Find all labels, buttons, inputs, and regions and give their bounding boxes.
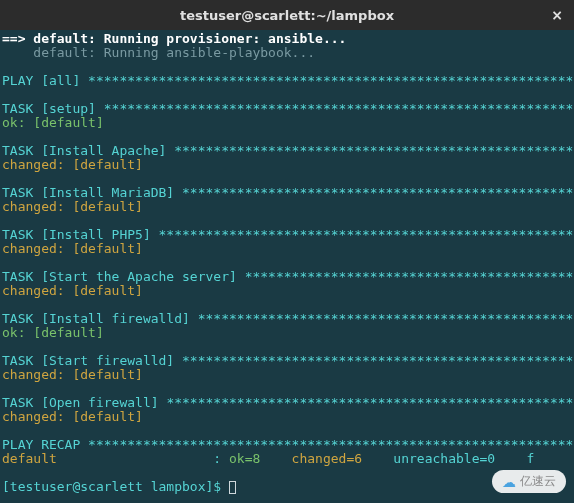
terminal-line — [2, 214, 572, 228]
terminal-line: TASK [Install Apache] ******************… — [2, 144, 572, 158]
terminal-text: default — [2, 451, 57, 466]
terminal-text: changed: [default] — [2, 241, 143, 256]
terminal-text — [2, 171, 10, 186]
terminal-line — [2, 172, 572, 186]
terminal-line: ok: [default] — [2, 326, 572, 340]
window-title: testuser@scarlett:~/lampbox — [180, 8, 394, 23]
terminal-text: TASK [Start the Apache server] — [2, 269, 245, 284]
terminal-line: TASK [Install MariaDB] *****************… — [2, 186, 572, 200]
terminal-text: ****************************************… — [159, 227, 574, 242]
terminal-text: unreachable=0 f — [362, 451, 534, 466]
terminal-text: ==> — [2, 31, 33, 46]
terminal-line: changed: [default] — [2, 284, 572, 298]
terminal-text: ****************************************… — [198, 311, 574, 326]
terminal-line: PLAY RECAP *****************************… — [2, 438, 572, 452]
terminal-line — [2, 340, 572, 354]
terminal-text: changed: [default] — [2, 157, 143, 172]
terminal-line — [2, 130, 572, 144]
close-icon[interactable]: × — [548, 6, 566, 24]
terminal-line: TASK [Start the Apache server] *********… — [2, 270, 572, 284]
terminal-line: changed: [default] — [2, 242, 572, 256]
terminal-text: ****************************************… — [174, 143, 574, 158]
terminal-text — [2, 381, 10, 396]
terminal-line: PLAY [all] *****************************… — [2, 74, 572, 88]
terminal-text: ok: [default] — [2, 325, 104, 340]
terminal-text: ok=8 — [229, 451, 260, 466]
terminal-text: changed: [default] — [2, 409, 143, 424]
terminal-text: ****************************************… — [245, 269, 574, 284]
terminal-line: ok: [default] — [2, 116, 572, 130]
terminal-text: TASK [Open firewall] — [2, 395, 166, 410]
terminal-line: default: Running ansible-playbook... — [2, 46, 572, 60]
terminal-output[interactable]: ==> default: Running provisioner: ansibl… — [0, 30, 574, 496]
terminal-text — [2, 423, 10, 438]
terminal-text: TASK [Install firewalld] — [2, 311, 198, 326]
terminal-text — [2, 339, 10, 354]
terminal-line — [2, 424, 572, 438]
terminal-line: changed: [default] — [2, 200, 572, 214]
terminal-text: TASK [setup] — [2, 101, 104, 116]
terminal-line — [2, 382, 572, 396]
cloud-icon: ☁ — [502, 474, 516, 490]
terminal-text: TASK [Install PHP5] — [2, 227, 159, 242]
watermark: ☁ 亿速云 — [492, 470, 566, 493]
terminal-line: changed: [default] — [2, 410, 572, 424]
terminal-text — [2, 255, 10, 270]
terminal-line: TASK [Start firewalld] *****************… — [2, 354, 572, 368]
terminal-text — [2, 59, 10, 74]
terminal-line — [2, 88, 572, 102]
terminal-line: [testuser@scarlett lampbox]$ — [2, 480, 572, 494]
terminal-text — [2, 297, 10, 312]
terminal-line: ==> default: Running provisioner: ansibl… — [2, 32, 572, 46]
terminal-text: default: Running provisioner: ansible... — [33, 31, 346, 46]
terminal-text: : — [57, 451, 229, 466]
terminal-line: changed: [default] — [2, 368, 572, 382]
terminal-text: changed: [default] — [2, 283, 143, 298]
terminal-text: ****************************************… — [104, 101, 574, 116]
terminal-text: [testuser@scarlett lampbox]$ — [2, 479, 229, 494]
terminal-text: ****************************************… — [166, 395, 574, 410]
terminal-text: changed=6 — [292, 451, 362, 466]
titlebar[interactable]: testuser@scarlett:~/lampbox × — [0, 0, 574, 30]
terminal-line — [2, 256, 572, 270]
cursor — [229, 481, 236, 494]
terminal-text: ****************************************… — [182, 353, 574, 368]
terminal-text: ****************************************… — [88, 73, 574, 88]
terminal-line: TASK [Install PHP5] ********************… — [2, 228, 572, 242]
terminal-line — [2, 466, 572, 480]
terminal-text: changed: [default] — [2, 199, 143, 214]
terminal-line: default : ok=8 changed=6 unreachable=0 f — [2, 452, 572, 466]
terminal-text: PLAY RECAP — [2, 437, 88, 452]
watermark-text: 亿速云 — [520, 473, 556, 490]
terminal-text: TASK [Install Apache] — [2, 143, 174, 158]
terminal-text: changed: [default] — [2, 367, 143, 382]
terminal-text: TASK [Start firewalld] — [2, 353, 182, 368]
terminal-text — [2, 465, 10, 480]
terminal-text — [260, 451, 291, 466]
terminal-line: TASK [setup] ***************************… — [2, 102, 572, 116]
terminal-text: default: Running ansible-playbook... — [2, 45, 315, 60]
terminal-text — [2, 213, 10, 228]
terminal-line: TASK [Open firewall] *******************… — [2, 396, 572, 410]
terminal-line: changed: [default] — [2, 158, 572, 172]
terminal-line: TASK [Install firewalld] ***************… — [2, 312, 572, 326]
terminal-text: PLAY [all] — [2, 73, 88, 88]
terminal-text: ok: [default] — [2, 115, 104, 130]
terminal-line — [2, 60, 572, 74]
terminal-text: ****************************************… — [182, 185, 574, 200]
terminal-text: TASK [Install MariaDB] — [2, 185, 182, 200]
terminal-text — [2, 129, 10, 144]
terminal-text — [2, 87, 10, 102]
terminal-line — [2, 298, 572, 312]
terminal-text: ****************************************… — [88, 437, 574, 452]
